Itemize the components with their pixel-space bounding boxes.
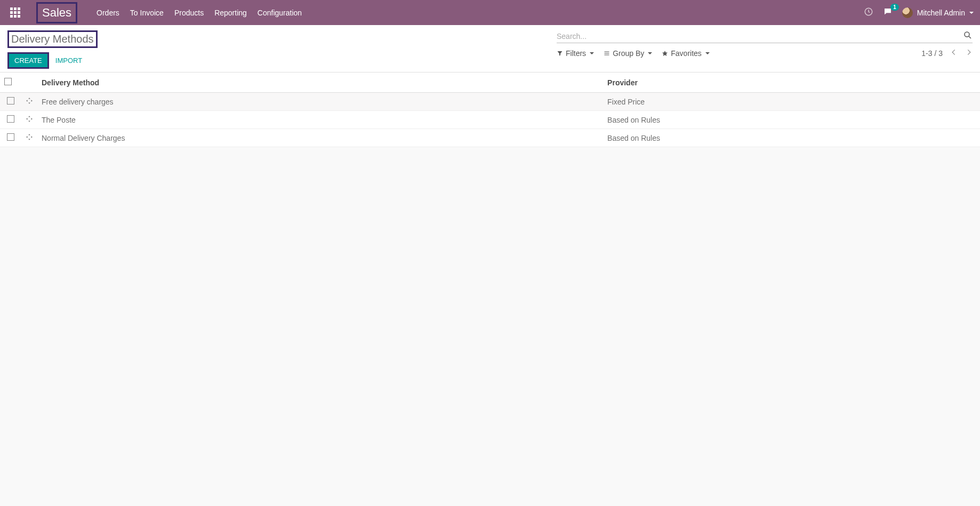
cell-provider: Based on Rules	[603, 129, 980, 147]
control-panel: Delivery Methods CREATE IMPORT Filters G	[0, 25, 980, 73]
pager-text: 1-3 / 3	[921, 49, 943, 58]
messages-button[interactable]: 1	[883, 7, 893, 18]
nav-to-invoice[interactable]: To Invoice	[130, 9, 164, 17]
nav-products[interactable]: Products	[174, 9, 204, 17]
groupby-button[interactable]: Group By	[604, 49, 652, 58]
favorites-button[interactable]: Favorites	[662, 49, 710, 58]
caret-down-icon	[705, 52, 710, 54]
user-menu[interactable]: Mitchell Admin	[902, 7, 974, 18]
list-view: Delivery Method Provider Free delivery c…	[0, 73, 980, 147]
column-header-method[interactable]: Delivery Method	[37, 73, 603, 93]
groupby-label: Group By	[613, 49, 644, 58]
cell-method: The Poste	[37, 111, 603, 129]
row-checkbox[interactable]	[7, 115, 14, 123]
search-icon[interactable]	[963, 30, 973, 42]
search-input[interactable]	[557, 32, 963, 41]
star-icon	[662, 50, 668, 57]
caret-down-icon	[969, 12, 974, 14]
cell-method: Normal Delivery Charges	[37, 129, 603, 147]
filters-label: Filters	[566, 49, 586, 58]
apps-grid-icon[interactable]	[9, 6, 21, 19]
list-icon	[604, 50, 610, 57]
pager-next[interactable]	[965, 49, 973, 58]
search-bar	[557, 30, 973, 43]
funnel-icon	[557, 50, 563, 57]
column-header-provider[interactable]: Provider	[603, 73, 980, 93]
user-name: Mitchell Admin	[917, 9, 965, 17]
cell-method: Free delivery charges	[37, 93, 603, 111]
row-checkbox[interactable]	[7, 133, 14, 141]
chat-icon	[883, 10, 893, 18]
drag-handle-icon[interactable]	[26, 98, 33, 106]
favorites-label: Favorites	[671, 49, 702, 58]
row-checkbox[interactable]	[7, 97, 14, 105]
import-button[interactable]: IMPORT	[55, 57, 82, 65]
nav-reporting[interactable]: Reporting	[214, 9, 247, 17]
drag-handle-icon[interactable]	[26, 134, 33, 142]
top-navbar: Sales Orders To Invoice Products Reporti…	[0, 0, 980, 25]
table-row[interactable]: The Poste Based on Rules	[0, 111, 980, 129]
nav-orders[interactable]: Orders	[97, 9, 119, 17]
caret-down-icon	[590, 52, 594, 54]
cell-provider: Based on Rules	[603, 111, 980, 129]
drag-handle-icon[interactable]	[26, 116, 33, 124]
caret-down-icon	[648, 52, 652, 54]
avatar	[902, 7, 913, 18]
messages-badge: 1	[890, 4, 899, 11]
clock-icon[interactable]	[864, 7, 873, 18]
nav-configuration[interactable]: Configuration	[258, 9, 302, 17]
nav-menu: Orders To Invoice Products Reporting Con…	[97, 9, 302, 17]
cell-provider: Fixed Price	[603, 93, 980, 111]
filters-button[interactable]: Filters	[557, 49, 594, 58]
table-row[interactable]: Free delivery charges Fixed Price	[0, 93, 980, 111]
app-brand[interactable]: Sales	[36, 2, 77, 23]
pager: 1-3 / 3	[921, 49, 973, 58]
create-button[interactable]: CREATE	[7, 52, 49, 69]
page-title: Delivery Methods	[7, 30, 98, 48]
table-row[interactable]: Normal Delivery Charges Based on Rules	[0, 129, 980, 147]
pager-prev[interactable]	[950, 49, 958, 58]
select-all-checkbox[interactable]	[4, 78, 12, 85]
svg-point-1	[965, 32, 969, 37]
